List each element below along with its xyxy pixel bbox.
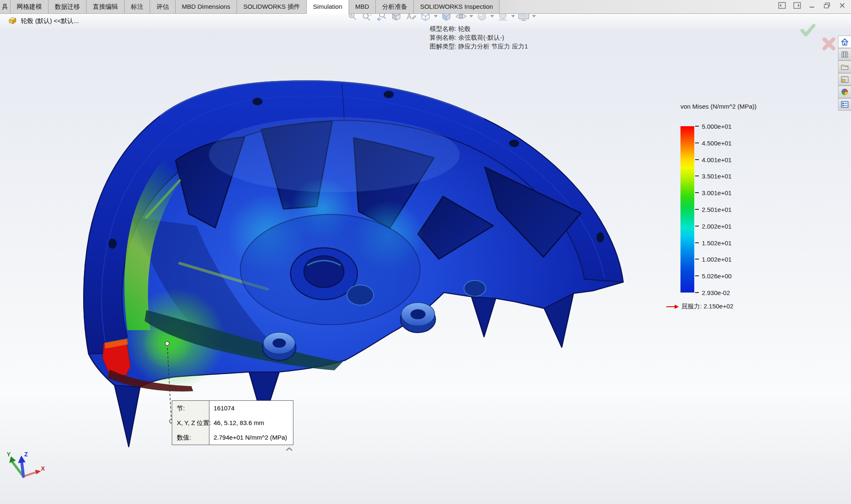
collapse-left-pane-icon[interactable]: [777, 1, 787, 10]
books-icon: [841, 51, 849, 58]
solidworks-window: { "ribbon": { "tabs": ["具","网格建模","数据迁移"…: [0, 0, 851, 504]
probe-position-label: X, Y, Z 位置:: [172, 415, 209, 430]
folder-icon: [841, 63, 849, 71]
tab-mbd-dimensions[interactable]: MBD Dimensions: [176, 0, 237, 13]
tab-evaluate[interactable]: 评估: [150, 0, 176, 13]
task-pane-tab-custom-properties[interactable]: [838, 98, 851, 111]
collapse-right-pane-icon[interactable]: [792, 1, 802, 10]
tab-analysis-prep[interactable]: 分析准备: [376, 0, 414, 13]
close-icon[interactable]: [838, 1, 847, 10]
confirm-ok-icon[interactable]: [800, 23, 816, 38]
cut-notch-2: [464, 280, 486, 296]
task-pane-tab-file-explorer[interactable]: [838, 61, 851, 73]
probe-value-value: 2.794e+01 N/mm^2 (MPa): [209, 430, 293, 445]
tab-simulation[interactable]: Simulation: [307, 0, 349, 14]
legend-tick: 3.001e+01: [695, 188, 731, 197]
cut-notch-1: [347, 285, 374, 305]
plot-info-study-name: 算例名称: 余弦载荷(-默认-): [430, 33, 528, 42]
plot-info: 模型名称: 轮毂 算例名称: 余弦载荷(-默认-) 图解类型: 静应力分析 节应…: [430, 24, 528, 51]
view-palette-icon: [841, 76, 849, 83]
task-pane-tabs: [838, 36, 851, 111]
feature-tree-root[interactable]: 轮毂 (默认) <<默认...: [8, 16, 79, 26]
yield-arrow-icon: [666, 304, 679, 309]
feature-tree-root-label: 轮毂 (默认) <<默认...: [21, 17, 79, 25]
probe-node-value: 161074: [209, 401, 293, 415]
bolt-boss-2: [262, 332, 296, 360]
legend-tick: 5.000e+01: [695, 122, 731, 130]
legend-tick: 2.930e-02: [695, 288, 730, 297]
legend-tick: 2.501e+01: [695, 205, 731, 214]
tab-direct-editing[interactable]: 直接编辑: [87, 0, 125, 13]
restore-icon[interactable]: [823, 1, 832, 10]
legend-tick: 3.501e+01: [695, 172, 731, 180]
part-icon: [8, 16, 18, 26]
task-pane-tab-appearances[interactable]: [838, 86, 851, 98]
task-pane-tab-design-library[interactable]: [838, 48, 851, 61]
yield-strength-row: 屈服力: 2.150e+02: [666, 303, 734, 311]
tab-tools[interactable]: 具: [0, 0, 10, 13]
stress-legend: von Mises (N/mm^2 (MPa)) 5.000e+01 4.500…: [680, 103, 797, 110]
home-icon: [841, 38, 849, 46]
tab-annotation[interactable]: 标注: [125, 0, 150, 13]
plot-info-plot-type: 图解类型: 静应力分析 节应力 应力1: [430, 42, 528, 51]
orientation-triad: X Y Z: [5, 451, 47, 486]
legend-tick: 5.026e+00: [695, 272, 731, 280]
plot-info-model-name: 模型名称: 轮毂: [430, 24, 528, 33]
appearances-sphere-icon: [841, 88, 849, 96]
legend-color-bar: [680, 126, 694, 293]
callout-collapse-chevron-icon[interactable]: [285, 445, 293, 453]
custom-properties-icon: [841, 101, 849, 108]
ribbon-tab-bar: 具 网格建模 数据迁移 直接编辑 标注 评估 MBD Dimensions SO…: [0, 0, 851, 14]
probe-node-label: 节:: [172, 401, 209, 415]
probe-value-label: 数值:: [172, 430, 209, 445]
probe-callout[interactable]: 节: 161074 X, Y, Z 位置: 46, 5.12, 83.6 mm …: [172, 400, 293, 445]
tab-solidworks-addins[interactable]: SOLIDWORKS 插件: [237, 0, 307, 13]
tab-data-migration[interactable]: 数据迁移: [48, 0, 87, 13]
task-pane-tab-resources[interactable]: [838, 36, 851, 48]
legend-tick: 1.502e+01: [695, 239, 731, 247]
tab-mbd[interactable]: MBD: [349, 0, 376, 13]
legend-title: von Mises (N/mm^2 (MPa)): [680, 103, 797, 110]
legend-tick: 4.500e+01: [695, 139, 731, 147]
probe-position-value: 46, 5.12, 83.6 mm: [209, 415, 293, 430]
legend-tick: 4.001e+01: [695, 155, 731, 164]
legend-tick: 2.002e+01: [695, 222, 731, 230]
triad-z-label: Z: [24, 451, 28, 458]
triad-x-label: X: [41, 465, 45, 472]
model-3d-viewport[interactable]: [0, 0, 851, 504]
tab-mesh-modeling[interactable]: 网格建模: [10, 0, 48, 13]
tab-solidworks-inspection[interactable]: SOLIDWORKS Inspection: [414, 0, 499, 13]
bolt-boss-1: [400, 303, 436, 333]
confirm-cancel-icon[interactable]: [822, 37, 836, 53]
wheel-hub-model[interactable]: [84, 81, 623, 447]
triad-y-label: Y: [7, 451, 11, 458]
minimize-icon[interactable]: [808, 1, 817, 10]
window-controls: [777, 1, 847, 10]
legend-tick: 1.002e+01: [695, 255, 731, 263]
yield-strength-label: 屈服力: 2.150e+02: [681, 303, 734, 311]
task-pane-tab-view-palette[interactable]: [838, 73, 851, 86]
